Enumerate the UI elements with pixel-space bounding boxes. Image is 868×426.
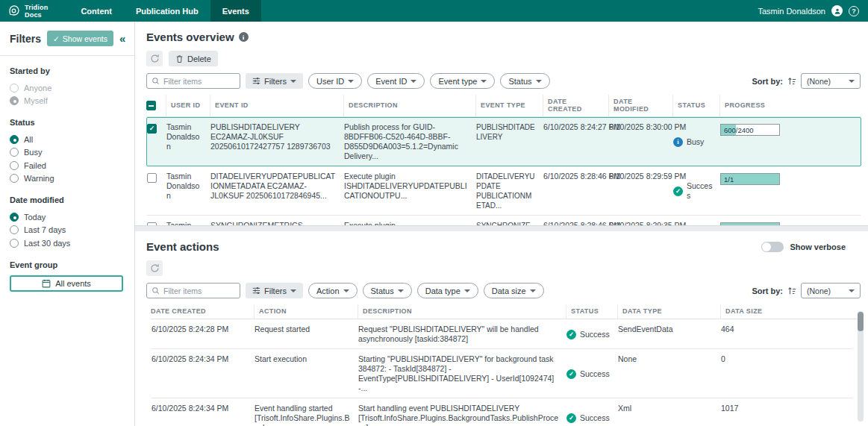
top-navigation-bar: Tridion Docs Content Publication Hub Eve… xyxy=(0,0,868,22)
col-status[interactable]: STATUS xyxy=(672,95,719,116)
cell-event-id: DITADELIVERYUPDATEPUBLICATIONMETADATA EC… xyxy=(210,167,344,215)
filter-items-search[interactable] xyxy=(146,283,240,298)
nav-item-publication-hub[interactable]: Publication Hub xyxy=(124,0,210,22)
chevron-down-icon xyxy=(343,289,349,292)
app-window: Tridion Docs Content Publication Hub Eve… xyxy=(0,0,868,426)
pill-status[interactable]: Status xyxy=(363,283,412,298)
vertical-scrollbar[interactable] xyxy=(858,311,864,422)
col-description[interactable]: DESCRIPTION xyxy=(343,95,475,116)
radio-status-busy[interactable]: Busy xyxy=(10,146,125,160)
col-date-modified[interactable]: DATE MODIFIED xyxy=(608,95,672,116)
table-row[interactable]: 6/10/2025 8:24:34 PM Event handling star… xyxy=(151,398,853,426)
radio-circle xyxy=(10,174,19,183)
cell-date-created: 6/10/2025 8:24:28 PM xyxy=(152,320,255,348)
cell-data-size: 1017 xyxy=(721,399,852,426)
pill-data-size[interactable]: Data size xyxy=(484,283,544,298)
col-progress[interactable]: PROGRESS xyxy=(719,95,861,116)
show-verbose-label: Show verbose xyxy=(790,242,846,251)
col-event-type[interactable]: EVENT TYPE xyxy=(475,95,543,116)
success-status-icon: ✓ xyxy=(566,413,576,423)
info-icon[interactable]: i xyxy=(239,32,249,42)
col-user-id[interactable]: USER ID xyxy=(166,95,210,116)
col-description[interactable]: DESCRIPTION xyxy=(357,304,566,319)
refresh-button[interactable] xyxy=(146,260,163,276)
progress-bar: 1/1 xyxy=(720,173,780,185)
status-label: Success xyxy=(687,181,713,201)
pill-action[interactable]: Action xyxy=(308,283,357,298)
table-row[interactable]: 6/10/2025 8:24:34 PM Start execution Sta… xyxy=(151,349,853,398)
nav-item-content[interactable]: Content xyxy=(69,0,124,22)
radio-myself[interactable]: Myself xyxy=(10,95,125,108)
collapse-sidebar-icon[interactable]: « xyxy=(119,33,125,44)
group-label-date-modified: Date modified xyxy=(10,195,125,204)
pill-event-id[interactable]: Event ID xyxy=(367,73,425,89)
trash-icon xyxy=(175,54,184,63)
check-icon: ✓ xyxy=(53,34,60,43)
radio-circle xyxy=(10,135,19,144)
radio-date-last30[interactable]: Last 30 days xyxy=(10,237,125,250)
cell-date-created: 6/10/2025 8:28:46 PM xyxy=(543,167,609,215)
radio-circle xyxy=(10,239,19,248)
radio-status-all[interactable]: All xyxy=(10,133,125,146)
all-events-button[interactable]: All events xyxy=(10,275,123,292)
pill-user-id[interactable]: User ID xyxy=(308,73,362,89)
filters-dropdown-button[interactable]: Filters xyxy=(246,73,303,89)
sort-icon xyxy=(787,286,796,295)
pill-data-type[interactable]: Data type xyxy=(417,283,478,298)
busy-status-icon: i xyxy=(673,137,683,147)
radio-status-failed[interactable]: Failed xyxy=(10,159,125,172)
nav-item-events[interactable]: Events xyxy=(210,0,261,22)
cell-event-id: PUBLISHDITADELIVERY EC2AMAZ-JL0KSUF 2025… xyxy=(210,118,344,166)
sort-by-select[interactable]: (None) xyxy=(801,283,861,298)
radio-anyone[interactable]: Anyone xyxy=(10,81,125,95)
progress-text: 1/1 xyxy=(724,174,734,185)
show-events-button[interactable]: ✓ Show events xyxy=(47,31,113,46)
filters-sidebar: Filters ✓ Show events « Started by Anyon… xyxy=(0,22,135,426)
chevron-down-icon xyxy=(849,289,855,292)
col-event-id[interactable]: EVENT ID xyxy=(210,95,343,116)
pill-status[interactable]: Status xyxy=(500,73,549,89)
col-action[interactable]: ACTION xyxy=(254,304,357,319)
chevron-down-icon xyxy=(530,289,536,292)
sort-by-select[interactable]: (None) xyxy=(801,73,861,89)
col-data-size[interactable]: DATA SIZE xyxy=(720,304,861,319)
table-row[interactable]: 6/10/2025 8:24:28 PM Request started Req… xyxy=(151,319,853,349)
tridion-docs-logo[interactable]: Tridion Docs xyxy=(0,4,58,19)
row-checkbox[interactable]: ✓ xyxy=(147,124,157,134)
pill-event-type[interactable]: Event type xyxy=(430,73,495,89)
row-checkbox[interactable] xyxy=(147,173,157,183)
show-verbose-toggle[interactable] xyxy=(761,242,784,252)
radio-circle xyxy=(10,96,19,105)
group-label-started-by: Started by xyxy=(10,66,125,75)
chevron-down-icon xyxy=(290,289,296,292)
main-nav: Content Publication Hub Events xyxy=(69,0,260,22)
radio-date-last7[interactable]: Last 7 days xyxy=(10,224,125,237)
col-data-type[interactable]: DATA TYPE xyxy=(617,304,720,319)
table-row[interactable]: Tasmin Donaldson DITADELIVERYUPDATEPUBLI… xyxy=(146,166,861,216)
help-icon[interactable]: ? xyxy=(849,6,859,16)
table-row[interactable]: ✓ Tasmin Donaldson PUBLISHDITADELIVERY E… xyxy=(146,117,861,166)
col-status[interactable]: STATUS xyxy=(566,304,617,319)
radio-circle xyxy=(10,213,19,222)
success-status-icon: ✓ xyxy=(566,369,576,379)
scrollbar-thumb[interactable] xyxy=(858,312,864,331)
search-input[interactable] xyxy=(163,286,235,295)
filters-dropdown-button[interactable]: Filters xyxy=(246,283,303,298)
cell-data-size: 0 xyxy=(721,350,852,398)
cell-description: Starting "PUBLISHDITADELIVERY" for backg… xyxy=(358,350,566,398)
filter-items-search[interactable] xyxy=(146,73,240,89)
user-avatar-icon[interactable] xyxy=(831,5,843,16)
delete-button[interactable]: Delete xyxy=(169,51,218,66)
select-all-checkbox[interactable] xyxy=(146,101,156,110)
radio-status-warning[interactable]: Warning xyxy=(10,172,125,186)
cell-data-type: SendEventData xyxy=(618,320,721,348)
cell-description: Publish process for GUID-8BDFFB06-C520-4… xyxy=(344,118,476,166)
refresh-button[interactable] xyxy=(146,51,163,66)
col-date-created[interactable]: DATE CREATED xyxy=(543,95,608,116)
radio-date-today[interactable]: Today xyxy=(10,210,125,224)
chevron-down-icon xyxy=(536,80,542,83)
sort-by-label: Sort by: xyxy=(752,286,783,295)
search-input[interactable] xyxy=(163,77,235,86)
status-label: Success xyxy=(580,413,610,423)
col-date-created[interactable]: DATE CREATED xyxy=(151,304,254,319)
